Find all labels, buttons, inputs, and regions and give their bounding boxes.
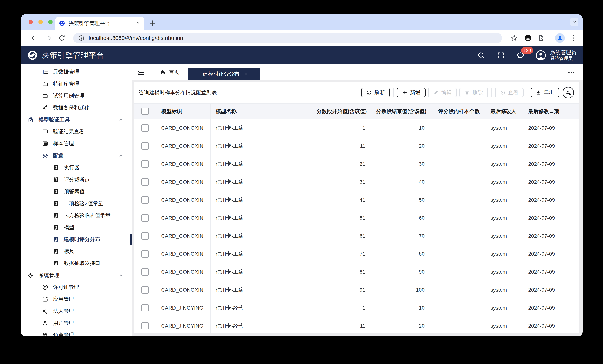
sidebar-item-21[interactable]: 用户管理 <box>21 317 132 329</box>
row-checkbox[interactable] <box>141 196 149 204</box>
sidebar-item-11[interactable]: 二项检验Z值常量 <box>21 198 132 210</box>
table-cell: 11 <box>311 317 371 333</box>
row-checkbox[interactable] <box>141 214 149 222</box>
site-favicon <box>59 20 65 26</box>
sidebar-item-6[interactable]: 样本管理 <box>21 138 132 150</box>
sidebar-item-9[interactable]: 评分截断点 <box>21 174 132 186</box>
close-window-button[interactable] <box>29 20 33 24</box>
sidebar-item-18[interactable]: 许可证管理 <box>21 281 132 293</box>
sidebar-item-13[interactable]: 模型 <box>21 222 132 234</box>
table-cell: 信用卡-工薪 <box>210 227 311 245</box>
table-cell <box>430 317 485 333</box>
collapse-sidebar-icon[interactable] <box>137 68 145 76</box>
address-bar[interactable]: localhost:8080/#/mv/config/distribution <box>73 33 502 43</box>
select-all-checkbox[interactable] <box>141 108 149 115</box>
table-cell: 90 <box>371 263 430 281</box>
browser-profile-button[interactable] <box>555 33 565 43</box>
new-tab-button[interactable] <box>149 19 157 27</box>
action-button-4[interactable]: 查看 <box>495 88 523 97</box>
receipt-icon <box>53 224 59 231</box>
sidebar-item-17[interactable]: 系统管理 <box>21 269 132 282</box>
browser-menu-icon[interactable] <box>569 34 577 42</box>
zoom-window-button[interactable] <box>48 20 53 24</box>
row-checkbox[interactable] <box>141 124 149 132</box>
row-checkbox[interactable] <box>141 268 149 275</box>
sidebar-item-4[interactable]: 模型验证工具 <box>21 114 132 126</box>
action-button-3[interactable]: 删除 <box>459 88 488 97</box>
table-cell <box>430 299 485 317</box>
app-logo-icon <box>27 50 38 61</box>
table-cell: 20 <box>371 137 430 155</box>
extension-icon[interactable] <box>524 34 532 42</box>
row-checkbox[interactable] <box>141 250 149 258</box>
sidebar-item-5[interactable]: 验证结果查看 <box>21 126 132 138</box>
search-icon[interactable] <box>477 51 485 59</box>
sidebar-item-7[interactable]: 配置 <box>21 150 132 162</box>
tab-options-icon[interactable] <box>567 68 575 76</box>
bookmark-icon[interactable] <box>510 34 518 42</box>
tab-active[interactable]: 建模时评分分布 <box>188 68 260 80</box>
receipt-icon <box>53 188 59 195</box>
chevron-up-icon[interactable] <box>118 273 124 278</box>
extensions-menu-icon[interactable] <box>537 34 545 42</box>
table-cell: CARD_JINGYING <box>156 299 210 317</box>
back-button[interactable] <box>30 34 38 42</box>
close-tab-icon[interactable] <box>136 21 140 26</box>
column-settings-button[interactable] <box>563 87 574 98</box>
reload-button[interactable] <box>58 34 66 42</box>
browser-window: 决策引擎管理平台 localhost:8080/#/mv/config/dist… <box>21 14 583 336</box>
window-controls <box>29 20 53 24</box>
user-avatar[interactable] <box>535 49 546 61</box>
sidebar-item-8[interactable]: 执行器 <box>21 162 132 174</box>
table-cell: system <box>485 173 523 191</box>
sidebar-item-0[interactable]: 123元数据管理 <box>21 66 132 78</box>
sidebar-item-10[interactable]: 预警阈值 <box>21 185 132 198</box>
gear-icon <box>42 152 48 159</box>
sidebar-item-3[interactable]: 数据备份和迁移 <box>21 102 132 114</box>
table-cell: system <box>485 299 523 317</box>
sidebar-item-16[interactable]: 数据抽取器接口 <box>21 257 132 269</box>
chevron-up-icon[interactable] <box>118 117 124 123</box>
tab-home[interactable]: 首页 <box>160 64 179 80</box>
fullscreen-icon[interactable] <box>497 51 505 59</box>
messages-button[interactable]: 120 <box>516 51 525 59</box>
tab-search-button[interactable] <box>570 18 579 26</box>
sidebar-item-active[interactable]: 建模时评分分布 <box>21 233 132 245</box>
sidebar-item-12[interactable]: 卡方检验临界值常量 <box>21 209 132 222</box>
row-checkbox[interactable] <box>141 286 149 294</box>
action-button-0[interactable]: 刷新 <box>361 88 390 97</box>
browser-tab[interactable]: 决策引擎管理平台 <box>55 17 144 30</box>
row-checkbox[interactable] <box>141 178 149 185</box>
action-button-1[interactable]: 新增 <box>397 88 426 97</box>
briefcase-icon <box>42 92 48 99</box>
table-cell <box>430 137 485 155</box>
table-row: CARD_GONGXIN信用卡-工薪5160system2024-07-09 <box>134 209 579 227</box>
sidebar-item-1[interactable]: 特征库管理 <box>21 78 132 90</box>
minimize-window-button[interactable] <box>38 20 43 24</box>
table-cell: 2024-07-09 <box>523 155 579 173</box>
sidebar-item-label: 模型 <box>64 224 74 231</box>
row-checkbox[interactable] <box>141 232 149 239</box>
list-title: 咨询建模时样本分布情况配置列表 <box>139 89 217 96</box>
chevron-up-icon[interactable] <box>118 153 124 159</box>
forward-button[interactable] <box>44 34 52 42</box>
close-tab-icon[interactable] <box>244 72 248 76</box>
receipt-icon <box>53 200 59 207</box>
table-cell <box>430 263 485 281</box>
action-button-2[interactable]: 编辑 <box>428 88 457 97</box>
row-checkbox[interactable] <box>141 160 149 168</box>
table-cell: CARD_GONGXIN <box>156 173 210 191</box>
sidebar-item-2[interactable]: 试算用例管理 <box>21 90 132 102</box>
row-checkbox[interactable] <box>141 322 149 330</box>
sidebar-item-15[interactable]: 标尺 <box>21 245 132 258</box>
user-info[interactable]: 系统管理员 系统管理员 <box>550 49 576 61</box>
row-checkbox[interactable] <box>141 304 149 311</box>
sidebar-item-19[interactable]: 应用管理 <box>21 293 132 305</box>
receipt-icon <box>53 164 59 171</box>
site-info-icon[interactable] <box>78 35 85 41</box>
row-checkbox-cell <box>134 227 156 245</box>
sidebar-item-20[interactable]: 法人管理 <box>21 305 132 317</box>
action-button-5[interactable]: 导出 <box>531 88 559 97</box>
sidebar-item-22[interactable]: 角色管理 <box>21 329 132 336</box>
row-checkbox[interactable] <box>141 142 149 149</box>
